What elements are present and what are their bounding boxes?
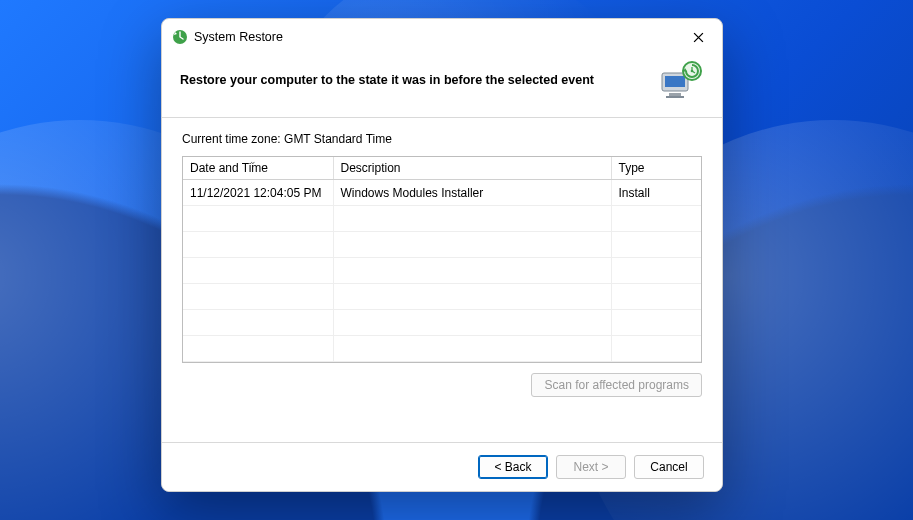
table-row: . <box>183 336 701 362</box>
column-header-datetime[interactable]: Date and Time ⌄ <box>183 157 333 180</box>
table-row: . <box>183 206 701 232</box>
table-row: . <box>183 258 701 284</box>
table-row: . <box>183 232 701 258</box>
system-restore-icon <box>172 29 188 45</box>
cell-datetime: 11/12/2021 12:04:05 PM <box>183 180 333 206</box>
next-button: Next > <box>556 455 626 479</box>
wizard-footer: < Back Next > Cancel <box>162 442 722 491</box>
table-row: . <box>183 310 701 336</box>
svg-rect-2 <box>665 76 685 87</box>
page-heading: Restore your computer to the state it wa… <box>180 73 656 87</box>
column-label: Description <box>341 161 401 175</box>
column-label: Type <box>619 161 645 175</box>
close-icon <box>693 32 704 43</box>
cell-description: Windows Modules Installer <box>333 180 611 206</box>
cell-type: Install <box>611 180 701 206</box>
svg-rect-4 <box>666 96 684 98</box>
cancel-button[interactable]: Cancel <box>634 455 704 479</box>
scan-affected-programs-button: Scan for affected programs <box>531 373 702 397</box>
wizard-content: Current time zone: GMT Standard Time Dat… <box>162 118 722 442</box>
close-button[interactable] <box>682 25 714 49</box>
table-row: . <box>183 284 701 310</box>
svg-rect-3 <box>669 93 681 96</box>
column-header-type[interactable]: Type <box>611 157 701 180</box>
back-button[interactable]: < Back <box>478 455 548 479</box>
table-row[interactable]: 11/12/2021 12:04:05 PM Windows Modules I… <box>183 180 701 206</box>
window-title: System Restore <box>194 30 682 44</box>
timezone-label: Current time zone: GMT Standard Time <box>182 132 702 146</box>
column-header-description[interactable]: Description <box>333 157 611 180</box>
system-restore-dialog: System Restore Restore your computer to … <box>161 18 723 492</box>
desktop-wallpaper: System Restore Restore your computer to … <box>0 0 913 520</box>
restore-points-table[interactable]: Date and Time ⌄ Description Type <box>182 156 702 363</box>
titlebar: System Restore <box>162 19 722 55</box>
restore-art-icon <box>656 59 704 101</box>
sort-indicator-icon: ⌄ <box>249 156 257 166</box>
wizard-header: Restore your computer to the state it wa… <box>162 55 722 118</box>
